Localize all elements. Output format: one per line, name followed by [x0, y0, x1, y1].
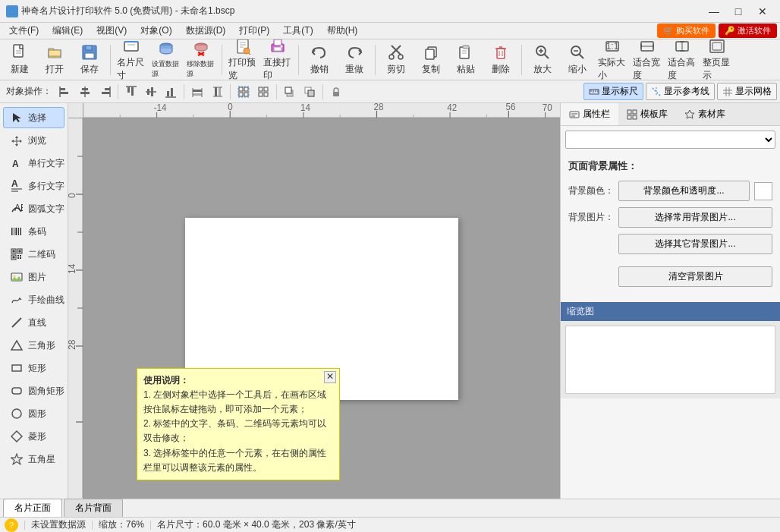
card-size-button[interactable]: 名片尺寸 [115, 42, 148, 78]
menu-view[interactable]: 视图(V) [90, 23, 133, 39]
open-button[interactable]: 打开 [38, 42, 71, 78]
tab-templates-label: 模板库 [640, 108, 668, 121]
fit-width-button[interactable]: 适合宽度 [631, 42, 664, 78]
select-icon [10, 111, 24, 124]
fit-page-button[interactable]: 整页显示 [700, 42, 734, 78]
lock-button[interactable] [327, 83, 345, 101]
svg-rect-88 [259, 87, 263, 91]
show-grid-button[interactable]: 显示网格 [717, 83, 777, 100]
activate-button[interactable]: 🔑 激活软件 [719, 24, 777, 38]
redo-button[interactable]: 重做 [338, 42, 371, 78]
bg-image-btn1[interactable]: 选择常用背景图片... [618, 207, 772, 228]
align-center-button[interactable] [76, 83, 94, 101]
tool-single-text[interactable]: A 单行文字 [3, 153, 64, 174]
tool-arc-text[interactable]: ABC 圆弧文字 [3, 198, 64, 219]
buy-button[interactable]: 🛒 购买软件 [657, 24, 716, 38]
tool-pan[interactable]: 浏览 [3, 130, 64, 151]
svg-rect-123 [13, 257, 15, 259]
thumbnail-header: 缩览图 [561, 302, 780, 321]
obj-sep-5 [322, 84, 323, 99]
align-bottom-button[interactable] [162, 83, 180, 101]
bg-clear-button[interactable]: 清空背景图片 [618, 266, 772, 287]
menu-tools[interactable]: 工具(T) [277, 23, 319, 39]
tool-line[interactable]: 直线 [3, 312, 64, 333]
obj-toolbar: 对象操作： 显示标尺 [0, 80, 780, 103]
menu-edit[interactable]: 编辑(E) [46, 23, 89, 39]
tool-star[interactable]: 五角星 [3, 449, 64, 470]
tab-front[interactable]: 名片正面 [3, 499, 62, 517]
zoom-in-button[interactable]: 放大 [526, 42, 559, 78]
canvas-area[interactable]: -14 0 14 28 42 56 70 [68, 103, 560, 499]
tool-circle[interactable]: 圆形 [3, 403, 64, 424]
show-guide-label: 显示参考线 [664, 85, 709, 98]
direct-print-button[interactable]: 直接打印 [261, 42, 294, 78]
paste-label: 粘贴 [457, 63, 475, 76]
align-left-button[interactable] [56, 83, 74, 101]
align-right-button[interactable] [96, 83, 114, 101]
delete-button[interactable]: 删除 [484, 42, 517, 78]
rpanel-select[interactable] [565, 131, 775, 149]
menu-object[interactable]: 对象(O) [134, 23, 178, 39]
svg-text:70: 70 [543, 103, 552, 112]
tab-properties-label: 属性栏 [583, 108, 610, 121]
send-back-button[interactable] [300, 83, 319, 101]
svg-rect-93 [285, 87, 291, 93]
same-height-button[interactable] [208, 83, 226, 101]
menu-file[interactable]: 文件(F) [3, 23, 45, 39]
new-button[interactable]: 新建 [3, 42, 36, 78]
tool-triangle[interactable]: 三角形 [3, 335, 64, 356]
tool-select[interactable]: 选择 [3, 107, 64, 128]
tab-properties[interactable]: 属性栏 [561, 103, 618, 125]
tool-multi-text[interactable]: A 多行文字 [3, 175, 64, 197]
set-datasource-button[interactable]: 设置数据源 [149, 42, 183, 78]
help-close-button[interactable]: ✕ [324, 371, 336, 383]
zoom-out-button[interactable]: 缩小 [561, 42, 594, 78]
align-middle-button[interactable] [142, 83, 160, 101]
svg-rect-57 [60, 88, 65, 90]
close-button[interactable]: ✕ [751, 4, 774, 19]
cut-button[interactable]: 剪切 [379, 42, 413, 78]
svg-rect-76 [193, 93, 202, 96]
tool-diamond[interactable]: 菱形 [3, 426, 64, 447]
tool-line-label: 直线 [28, 316, 46, 329]
ungroup-button[interactable] [254, 83, 272, 101]
print-preview-button[interactable]: 打印预览 [226, 42, 259, 78]
remove-datasource-button[interactable]: 移除数据源 [184, 42, 218, 78]
fit-height-button[interactable]: 适合高度 [665, 42, 699, 78]
tool-image[interactable]: 图片 [3, 266, 64, 288]
menu-datasource[interactable]: 数据源(D) [180, 23, 232, 39]
remove-datasource-icon [192, 41, 210, 58]
minimize-button[interactable]: — [703, 4, 725, 19]
undo-button[interactable]: 撤销 [303, 42, 336, 78]
paste-button[interactable]: 粘贴 [449, 42, 483, 78]
tool-rect[interactable]: 矩形 [3, 357, 64, 379]
tab-templates[interactable]: 模板库 [618, 103, 676, 125]
svg-point-17 [244, 48, 250, 54]
same-width-button[interactable] [188, 83, 206, 101]
tool-diamond-label: 菱形 [28, 430, 46, 443]
menu-help[interactable]: 帮助(H) [321, 23, 364, 39]
actual-size-button[interactable]: 1:1 实际大小 [596, 42, 629, 78]
group-button[interactable] [234, 83, 253, 101]
bring-front-button[interactable] [281, 83, 299, 101]
align-top-button[interactable] [122, 83, 140, 101]
tool-qrcode[interactable]: 二维码 [3, 244, 64, 265]
tool-curve[interactable]: 手绘曲线 [3, 289, 64, 310]
maximize-button[interactable]: □ [727, 4, 750, 19]
help-icon[interactable]: ? [5, 518, 18, 532]
svg-rect-86 [244, 93, 248, 96]
copy-button[interactable]: 复制 [414, 42, 448, 78]
tab-back[interactable]: 名片背面 [64, 499, 123, 517]
svg-text:28: 28 [68, 339, 77, 350]
bg-image-btn2[interactable]: 选择其它背景图片... [618, 234, 772, 254]
show-ruler-button[interactable]: 显示标尺 [583, 83, 643, 100]
menu-print[interactable]: 打印(P) [233, 23, 275, 39]
tab-assets[interactable]: 素材库 [676, 103, 734, 125]
tool-barcode[interactable]: 条码 [3, 221, 64, 242]
show-guide-button[interactable]: 显示参考线 [646, 83, 715, 100]
card-size-label: 名片尺寸 [117, 56, 146, 81]
save-button[interactable]: 保存 [73, 42, 106, 78]
tool-triangle-label: 三角形 [28, 339, 55, 352]
tool-round-rect[interactable]: 圆角矩形 [3, 380, 64, 401]
bg-color-button[interactable]: 背景颜色和透明度... [618, 181, 750, 201]
